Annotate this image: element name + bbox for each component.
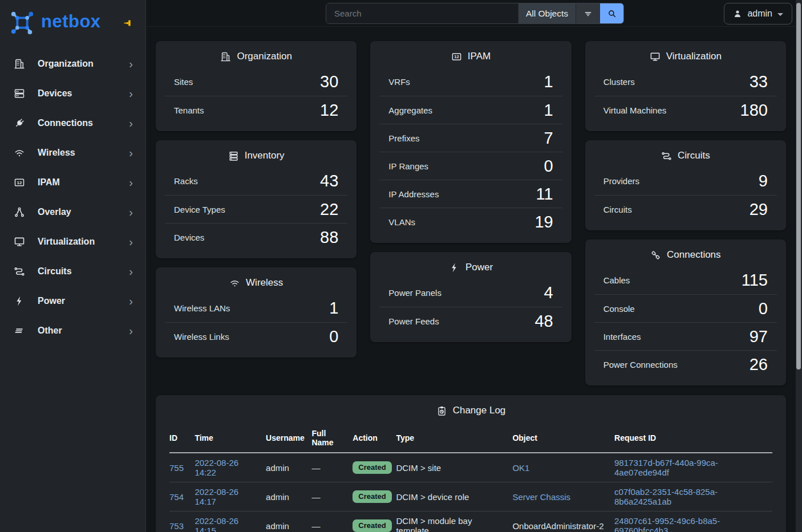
stat-count[interactable]: 29 [750, 201, 768, 218]
sidebar-item-organization[interactable]: Organization › [0, 49, 145, 79]
sidebar-item-circuits[interactable]: Circuits › [0, 257, 145, 286]
filter-button[interactable] [576, 3, 600, 23]
search-submit-button[interactable] [600, 3, 623, 23]
change-fullname: — [311, 453, 353, 482]
sidebar-item-label: Other [38, 326, 129, 336]
stat-link[interactable]: Power Connections [603, 360, 678, 369]
table-row: 755 2022-08-26 14:22 admin — Created DCI… [169, 453, 772, 482]
stat-link[interactable]: Clusters [603, 77, 635, 87]
change-time-link[interactable]: 2022-08-26 14:22 [195, 458, 238, 477]
stat-count[interactable]: 30 [320, 74, 338, 90]
stat-row: Power Feeds 48 [379, 307, 562, 335]
request-id-link[interactable]: 9817317d-b67f-440a-99ca-4ae07ede94df [614, 458, 718, 477]
sidebar-item-label: Virtualization [38, 237, 129, 247]
monitor-icon [14, 236, 25, 247]
chevron-right-icon: › [129, 177, 133, 188]
sidebar-item-power[interactable]: Power › [0, 286, 145, 316]
change-id-link[interactable]: 754 [169, 492, 184, 502]
stat-row: IP Addresses 11 [379, 180, 562, 208]
stat-count[interactable]: 180 [740, 102, 768, 119]
sidebar-item-virtualization[interactable]: Virtualization › [0, 227, 145, 257]
scrollbar-thumb[interactable] [796, 3, 801, 369]
stat-count[interactable]: 97 [750, 328, 768, 345]
change-id-link[interactable]: 753 [169, 521, 184, 531]
card-connections-header: Connections [585, 239, 786, 265]
stat-count[interactable]: 22 [320, 201, 338, 218]
stat-count[interactable]: 1 [544, 102, 553, 119]
search-input[interactable] [326, 3, 518, 23]
user-menu-label: admin [747, 9, 772, 19]
stat-count[interactable]: 12 [320, 102, 338, 119]
netbox-logo[interactable]: netbox [9, 10, 101, 36]
stat-link[interactable]: Virtual Machines [603, 105, 667, 115]
sidebar-item-label: Overlay [38, 207, 129, 217]
building-icon [14, 58, 25, 70]
sidebar-item-ipam[interactable]: 12 IPAM › [0, 168, 145, 197]
sidebar-item-connections[interactable]: Connections › [0, 108, 145, 138]
request-id-link[interactable]: 24807c61-9952-49c6-b8a5-69760bfcc4b3 [614, 516, 720, 532]
stats-column-1: Organization Sites 30 Tenants 12 [156, 41, 357, 358]
stat-count[interactable]: 0 [329, 328, 338, 345]
stat-link[interactable]: Devices [174, 233, 204, 242]
sidebar-item-devices[interactable]: Devices › [0, 79, 145, 108]
stat-link[interactable]: Power Panels [388, 288, 441, 298]
stat-count[interactable]: 43 [320, 173, 338, 189]
sidebar-nav: Organization › Devices › [0, 49, 145, 346]
stat-link[interactable]: Providers [603, 176, 639, 186]
stat-count[interactable]: 7 [544, 130, 553, 147]
stat-link[interactable]: Wireless Links [174, 332, 229, 342]
stat-count[interactable]: 48 [534, 313, 553, 330]
stat-link[interactable]: IP Ranges [388, 161, 428, 171]
stat-count[interactable]: 0 [544, 158, 553, 174]
stat-link[interactable]: Circuits [603, 205, 632, 214]
stat-count[interactable]: 11 [536, 186, 553, 202]
sidebar-item-other[interactable]: Other › [0, 316, 145, 346]
stat-link[interactable]: VRFs [388, 77, 410, 87]
stat-count[interactable]: 1 [544, 74, 553, 90]
stat-count[interactable]: 9 [759, 173, 768, 189]
card-power-header: Power [370, 252, 571, 277]
stat-link[interactable]: Sites [174, 77, 193, 87]
stat-row: Prefixes 7 [379, 124, 562, 152]
stat-count[interactable]: 26 [750, 356, 768, 373]
monitor-icon [650, 51, 661, 62]
stat-link[interactable]: VLANs [388, 217, 415, 227]
change-time-link[interactable]: 2022-08-26 14:17 [195, 487, 238, 506]
stat-link[interactable]: IP Addresses [388, 189, 439, 199]
stat-link[interactable]: Power Feeds [388, 316, 439, 326]
stat-count[interactable]: 88 [320, 229, 338, 246]
chevron-right-icon: › [129, 236, 133, 247]
stat-link[interactable]: Prefixes [388, 133, 419, 143]
search-scope-select[interactable]: All Objects [518, 3, 576, 23]
stat-count[interactable]: 19 [534, 214, 553, 230]
stat-link[interactable]: Tenants [174, 105, 204, 115]
bolt-icon [449, 262, 460, 273]
stat-link[interactable]: Wireless LANs [174, 303, 230, 313]
stat-count[interactable]: 1 [329, 300, 338, 316]
card-changelog: Change Log ID Time Username Full Name Ac… [156, 395, 786, 532]
user-menu-button[interactable]: admin [724, 3, 792, 25]
stat-count[interactable]: 4 [544, 285, 553, 301]
stat-link[interactable]: Cables [603, 275, 630, 285]
stat-link[interactable]: Device Types [174, 205, 225, 214]
sidebar-item-overlay[interactable]: Overlay › [0, 197, 145, 227]
sidebar-item-wireless[interactable]: Wireless › [0, 138, 145, 168]
stat-link[interactable]: Aggregates [388, 105, 432, 115]
change-id-link[interactable]: 755 [169, 463, 184, 473]
stat-row: Racks 43 [165, 167, 347, 195]
change-time-link[interactable]: 2022-08-26 14:15 [195, 516, 238, 532]
stat-link[interactable]: Console [603, 304, 635, 314]
request-id-link[interactable]: c07f0ab2-2351-4c58-825a-8b6a2425a1ab [614, 487, 718, 506]
stat-link[interactable]: Racks [174, 176, 198, 186]
ip-numbers-icon: 12 [451, 51, 462, 62]
change-username: admin [266, 511, 311, 532]
stat-count[interactable]: 0 [759, 300, 768, 317]
card-title: Power [465, 262, 493, 273]
stat-count[interactable]: 33 [750, 74, 768, 90]
stat-count[interactable]: 115 [742, 272, 768, 289]
stat-link[interactable]: Interfaces [603, 332, 641, 342]
pin-sidebar-button[interactable] [121, 16, 135, 30]
change-object-link[interactable]: Server Chassis [512, 492, 570, 502]
change-object-link[interactable]: OK1 [512, 463, 529, 473]
wifi-icon [14, 147, 25, 159]
